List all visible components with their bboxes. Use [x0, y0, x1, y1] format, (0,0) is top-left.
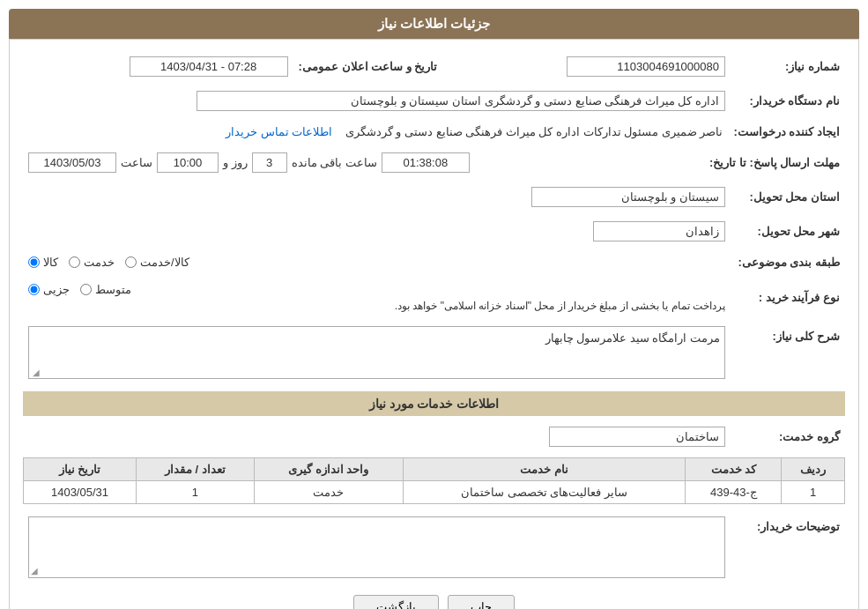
- radio-motevaset-input[interactable]: [80, 284, 92, 295]
- creator-text: ناصر ضمیری مسئول تدارکات اداره کل میراث …: [345, 125, 723, 138]
- col-tarikh: تاریخ نیاز: [24, 458, 137, 481]
- sharh-box: مرمت ارامگاه سید علامرسول چابهار ◢: [28, 326, 725, 379]
- buyer-desc-value: ◢: [23, 513, 731, 582]
- ostan-label: استان محل تحویل:: [731, 183, 845, 211]
- page-title: جزئیات اطلاعات نیاز: [9, 9, 859, 39]
- shomara-niaz-input: 1103004691000080: [567, 56, 725, 77]
- nam-dastgah-input: اداره کل میراث فرهنگی صنایع دستی و گردشگ…: [197, 91, 725, 111]
- buttons-row: چاپ بازگشت: [23, 595, 845, 609]
- cell-tarikh: 1403/05/31: [24, 481, 137, 504]
- radio-khadamat-label: خدمت: [84, 256, 115, 269]
- col-tedad: تعداد / مقدار: [137, 458, 255, 481]
- cell-kod: ج-43-439: [686, 481, 782, 504]
- saat-label: ساعت: [121, 156, 152, 169]
- radio-kala-khadamat-label: کالا/خدمت: [140, 256, 189, 269]
- resize-handle2: ◢: [31, 566, 38, 576]
- col-kod: کد خدمت: [686, 458, 782, 481]
- radio-jozi-input[interactable]: [28, 284, 40, 295]
- buyer-desc-label: توضیحات خریدار:: [731, 513, 845, 582]
- services-section-title: اطلاعات خدمات مورد نیاز: [23, 391, 845, 416]
- grooh-label: گروه خدمت:: [731, 423, 845, 450]
- radio-kala-khadamat: کالا/خدمت: [125, 256, 189, 269]
- mohlat-row: 01:38:08 ساعت باقی مانده 3 روز و 10:00 س…: [28, 152, 699, 173]
- radio-kala-khadamat-input[interactable]: [125, 256, 137, 268]
- grooh-input: ساختمان: [549, 427, 725, 447]
- nam-dastgah-value: اداره کل میراث فرهنگی صنایع دستی و گردشگ…: [23, 87, 731, 115]
- creator-label: ایجاد کننده درخواست:: [728, 122, 845, 142]
- taarikh-alan-input: 1403/04/31 - 07:28: [130, 56, 288, 77]
- noefr-label: نوع فرآیند خرید :: [731, 279, 845, 316]
- noefr-value: متوسط جزیی پرداخت تمام یا بخشی از مبلغ خ…: [23, 279, 731, 316]
- tabaghe-radio-group: کالا/خدمت خدمت کالا: [28, 256, 725, 269]
- cell-tedad: 1: [137, 481, 255, 504]
- sharh-table: شرح کلی نیاز: مرمت ارامگاه سید علامرسول …: [23, 323, 845, 382]
- purchase-note: پرداخت تمام یا بخشی از مبلغ خریدار از مح…: [28, 300, 725, 312]
- sharh-text: مرمت ارامگاه سید علامرسول چابهار: [545, 331, 720, 345]
- mohlat-table: مهلت ارسال پاسخ: تا تاریخ: 01:38:08 ساعت…: [23, 149, 845, 176]
- noefr-radio-group: متوسط جزیی: [28, 283, 725, 296]
- mohlat-value: 01:38:08 ساعت باقی مانده 3 روز و 10:00 س…: [23, 149, 704, 176]
- roz-value: 3: [252, 152, 287, 173]
- dastgah-table: نام دستگاه خریدار: اداره کل میراث فرهنگی…: [23, 87, 845, 115]
- grooh-table: گروه خدمت: ساختمان: [23, 423, 845, 450]
- tabaghe-value: کالا/خدمت خدمت کالا: [23, 252, 731, 272]
- services-table: ردیف کد خدمت نام خدمت واحد اندازه گیری ت…: [23, 457, 845, 504]
- mohlat-label: مهلت ارسال پاسخ: تا تاریخ:: [704, 149, 845, 176]
- grooh-value: ساختمان: [23, 423, 731, 450]
- radio-khadamat-input[interactable]: [69, 256, 80, 268]
- ostan-table: استان محل تحویل: سیستان و بلوچستان: [23, 183, 845, 211]
- radio-kala-input[interactable]: [28, 256, 40, 268]
- col-name: نام خدمت: [403, 458, 686, 481]
- chap-button[interactable]: چاپ: [448, 595, 515, 609]
- remaining-label: ساعت باقی مانده: [292, 156, 377, 169]
- shomara-niaz-label: شماره نیاز:: [731, 53, 845, 80]
- radio-motevaset: متوسط: [80, 283, 131, 296]
- taarikh-alan-label: تاریخ و ساعت اعلان عمومی:: [293, 53, 443, 80]
- col-vahed: واحد اندازه گیری: [254, 458, 403, 481]
- radio-kala-label: کالا: [43, 256, 58, 269]
- col-radif: ردیف: [782, 458, 845, 481]
- contact-link[interactable]: اطلاعات تماس خریدار: [226, 125, 332, 138]
- page-wrapper: جزئیات اطلاعات نیاز شماره نیاز: 11030046…: [0, 0, 868, 609]
- saat-value: 10:00: [157, 152, 219, 173]
- radio-khadamat: خدمت: [69, 256, 115, 269]
- radio-jozi-label: جزیی: [43, 283, 70, 296]
- creator-table: ایجاد کننده درخواست: ناصر ضمیری مسئول تد…: [23, 122, 845, 142]
- date-value: 1403/05/03: [28, 152, 116, 173]
- tabaghe-table: طبقه بندی موضوعی: کالا/خدمت خدمت کالا: [23, 252, 845, 272]
- cell-vahed: خدمت: [254, 481, 403, 504]
- nam-dastgah-label: نام دستگاه خریدار:: [731, 87, 845, 115]
- cell-name: سایر فعالیت‌های تخصصی ساختمان: [403, 481, 686, 504]
- ostan-value: سیستان و بلوچستان: [23, 183, 731, 211]
- tabaghe-label: طبقه بندی موضوعی:: [731, 252, 845, 272]
- taarikh-alan-value: 1403/04/31 - 07:28: [23, 53, 293, 80]
- buyer-desc-box: ◢: [28, 516, 725, 578]
- ostan-input: سیستان و بلوچستان: [531, 187, 725, 207]
- resize-handle: ◢: [31, 368, 40, 376]
- sharh-label: شرح کلی نیاز:: [731, 323, 845, 382]
- shomara-niaz-value: 1103004691000080: [460, 53, 731, 80]
- table-row: 1ج-43-439سایر فعالیت‌های تخصصی ساختمانخد…: [24, 481, 845, 504]
- header-info-table: شماره نیاز: 1103004691000080 تاریخ و ساع…: [23, 53, 845, 80]
- shahr-value: زاهدان: [23, 218, 731, 245]
- radio-motevaset-label: متوسط: [95, 283, 131, 296]
- shahr-table: شهر محل تحویل: زاهدان: [23, 218, 845, 245]
- buyer-desc-table: توضیحات خریدار: ◢: [23, 513, 845, 582]
- shahr-label: شهر محل تحویل:: [731, 218, 845, 245]
- bazgasht-button[interactable]: بازگشت: [353, 595, 439, 609]
- radio-kala: کالا: [28, 256, 58, 269]
- creator-value: ناصر ضمیری مسئول تدارکات اداره کل میراث …: [23, 122, 728, 142]
- noefr-table: نوع فرآیند خرید : متوسط جزیی: [23, 279, 845, 316]
- main-container: شماره نیاز: 1103004691000080 تاریخ و ساع…: [9, 39, 859, 609]
- radio-jozi: جزیی: [28, 283, 70, 296]
- noefr-container: متوسط جزیی پرداخت تمام یا بخشی از مبلغ خ…: [28, 283, 725, 312]
- sharh-value: مرمت ارامگاه سید علامرسول چابهار ◢: [23, 323, 731, 382]
- cell-radif: 1: [782, 481, 845, 504]
- remaining-time: 01:38:08: [382, 152, 470, 173]
- roz-label: روز و: [223, 156, 248, 169]
- shahr-input: زاهدان: [593, 221, 725, 241]
